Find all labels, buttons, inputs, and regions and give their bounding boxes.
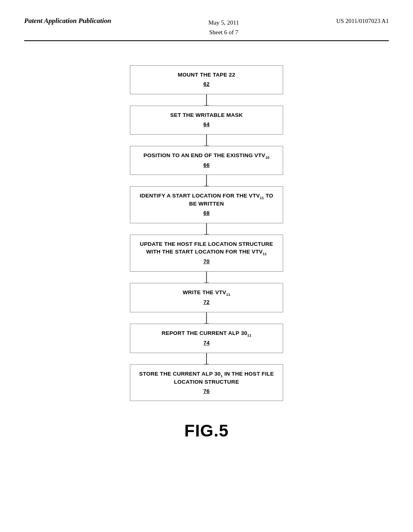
flow-box-72: WRITE THE VTV11 72 <box>130 283 283 312</box>
box-64-ref: 64 <box>137 121 276 129</box>
box-68-text: IDENTIFY A START LOCATION FOR THE VTV11 … <box>140 193 273 207</box>
box-70-ref: 70 <box>137 258 276 266</box>
arrow-62-64 <box>206 94 207 106</box>
flow-box-70: UPDATE THE HOST FILE LOCATION STRUCTURE … <box>130 235 283 272</box>
box-70-text: UPDATE THE HOST FILE LOCATION STRUCTURE … <box>140 241 273 255</box>
flow-box-68: IDENTIFY A START LOCATION FOR THE VTV11 … <box>130 186 283 223</box>
box-66-ref: 66 <box>137 162 276 169</box>
box-76-text: STORE THE CURRENT ALP 301 IN THE HOST FI… <box>139 371 274 385</box>
arrow-70-72 <box>206 272 207 283</box>
box-76-ref: 76 <box>137 388 276 395</box>
box-62-ref: 62 <box>137 81 276 88</box>
arrow-72-74 <box>206 312 207 324</box>
box-66-text: POSITION TO AN END OF THE EXISTING VTV10 <box>144 152 269 158</box>
box-72-text: WRITE THE VTV11 <box>183 289 230 295</box>
box-62-text: MOUNT THE TAPE 22 <box>178 72 235 78</box>
diagram-area: MOUNT THE TAPE 22 62 SET THE WRITABLE MA… <box>24 57 389 441</box>
figure-label: FIG.5 <box>184 421 229 441</box>
box-64-text: SET THE WRITABLE MASK <box>170 112 243 118</box>
arrow-64-66 <box>206 135 207 146</box>
flow-box-66: POSITION TO AN END OF THE EXISTING VTV10… <box>130 146 283 175</box>
flow-box-62: MOUNT THE TAPE 22 62 <box>130 65 283 94</box>
flow-box-64: SET THE WRITABLE MASK 64 <box>130 106 283 135</box>
arrow-74-76 <box>206 353 207 364</box>
publication-title: Patent Application Publication <box>24 16 111 26</box>
arrow-68-70 <box>206 223 207 235</box>
box-74-ref: 74 <box>137 339 276 347</box>
patent-number: US 2011/0107023 A1 <box>336 16 389 25</box>
flow-box-76: STORE THE CURRENT ALP 301 IN THE HOST FI… <box>130 364 283 401</box>
header-center: May 5, 2011 Sheet 6 of 7 <box>209 16 239 37</box>
box-68-ref: 68 <box>137 210 276 217</box>
arrow-66-68 <box>206 175 207 186</box>
flow-chart: MOUNT THE TAPE 22 62 SET THE WRITABLE MA… <box>118 65 295 401</box>
publication-date: May 5, 2011 <box>209 19 239 26</box>
box-72-ref: 72 <box>137 299 276 306</box>
page: Patent Application Publication May 5, 20… <box>0 0 413 532</box>
box-74-text: REPORT THE CURRENT ALP 3011 <box>162 330 252 336</box>
flow-box-74: REPORT THE CURRENT ALP 3011 74 <box>130 324 283 353</box>
page-header: Patent Application Publication May 5, 20… <box>24 16 389 41</box>
sheet-info: Sheet 6 of 7 <box>209 29 238 35</box>
